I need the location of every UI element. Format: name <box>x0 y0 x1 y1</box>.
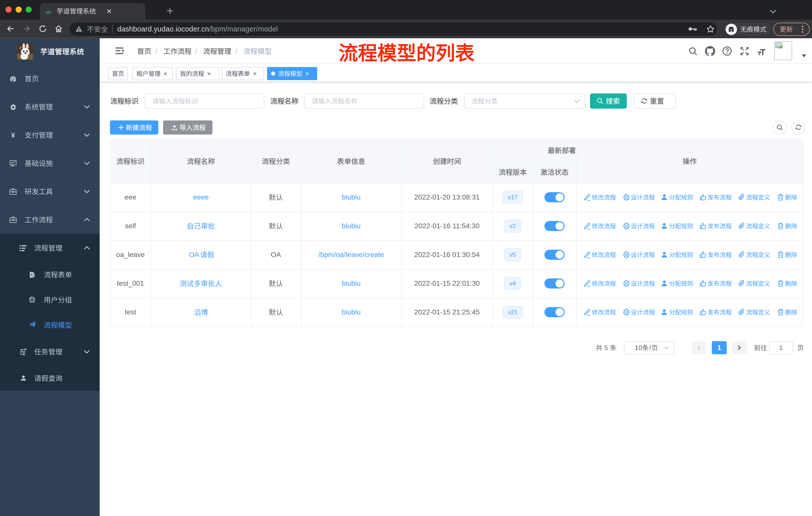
svg-text:¥: ¥ <box>11 132 15 139</box>
